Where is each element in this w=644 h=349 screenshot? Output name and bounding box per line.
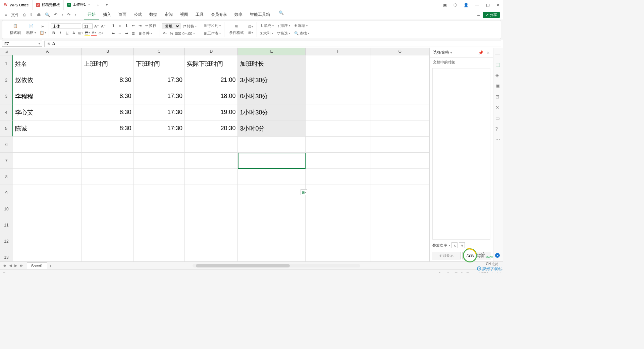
cell-g1[interactable] [371,55,429,72]
col-header-c[interactable]: C [134,48,185,55]
increase-decimal-icon[interactable]: .00→ [189,31,194,36]
cut-icon[interactable]: ✂ [40,24,45,29]
align-left-icon[interactable]: ⬅ [110,31,116,36]
save-icon[interactable]: ⎙ [22,12,27,17]
formula-bar[interactable]: ⊗ fx [44,41,501,47]
cell-f5[interactable] [306,120,371,137]
cell-d1[interactable]: 实际下班时间 [185,55,238,72]
row-header-11[interactable]: 11 [0,217,13,233]
tray-menu-icon[interactable]: ▸ [495,253,500,258]
currency-icon[interactable]: ¥▾ [162,31,167,36]
menu-tab-review[interactable]: 审阅 [161,10,176,19]
menu-tab-efficiency[interactable]: 效率 [231,10,246,19]
maximize-button[interactable]: ▢ [483,3,493,7]
filter-button[interactable]: ▽筛选▾ [276,30,291,37]
scrollbar-thumb[interactable] [196,264,290,267]
row-header-2[interactable]: 2 [0,72,13,88]
app-menu-icon[interactable]: ≡ [3,12,8,17]
cell-a6[interactable] [13,137,82,153]
cube-icon[interactable]: ⬡ [450,3,460,7]
copy-icon[interactable]: 📋▾ [40,30,45,35]
cell-f6[interactable] [306,137,371,153]
sidebar-tools-icon[interactable]: ✕ [495,105,501,111]
print-preview-icon[interactable]: 🔍 [44,12,51,17]
cell-a7[interactable] [13,153,82,169]
select-all-corner[interactable]: ◢ [0,48,13,55]
cell-e2[interactable]: 3小时30分 [238,72,305,88]
tab-templates[interactable]: D 找稻壳模板 [33,0,64,10]
row-header-7[interactable]: 7 [0,153,13,169]
reader-mode-icon[interactable]: ▣ [440,3,450,7]
cell-b3[interactable]: 8:30 [82,88,133,104]
paste-button[interactable]: 粘贴▾ [25,30,37,36]
sheet-nav-next[interactable]: ▶ [14,263,18,268]
tab-wps-home[interactable]: W WPS Office [0,0,33,10]
status-gear-icon[interactable]: ⚙▾ [446,271,451,272]
col-header-e[interactable]: E [238,48,305,55]
cell-b7[interactable] [82,153,133,169]
stack-up-button[interactable]: ∧ [451,242,458,248]
sidebar-more-icon[interactable]: ⋯ [495,137,501,143]
cell-c2[interactable]: 17:30 [134,72,185,88]
worksheet-button[interactable]: ⊞工作表▾ [202,30,222,37]
minimize-button[interactable]: — [472,3,483,7]
print-icon[interactable]: 🖶 [36,12,42,17]
view-page-icon[interactable]: ▯ [461,271,463,272]
number-format-select[interactable]: 常规 [162,23,180,29]
cell-a4[interactable]: 李心艾 [13,104,82,120]
col-header-f[interactable]: F [306,48,371,55]
convert-button[interactable]: ⇄转换▾ [182,23,198,30]
panel-pin-icon[interactable]: 📌 [478,50,483,55]
cell-b4[interactable]: 8:30 [82,104,133,120]
menu-tab-smart[interactable]: 智能工具箱 [247,10,273,19]
cell-b5[interactable]: 8:30 [82,120,133,137]
font-name-select[interactable] [51,23,81,29]
decrease-font-icon[interactable]: A⁻ [101,23,106,29]
cell-g2[interactable] [371,72,429,88]
cell-c6[interactable] [134,137,185,153]
menu-tab-formula[interactable]: 公式 [130,10,145,19]
sidebar-layout-icon[interactable]: ▣ [495,83,501,89]
tab-workbook[interactable]: S 工作簿1 • [64,0,94,10]
fx-icon[interactable]: fx [52,42,55,46]
horizontal-scrollbar[interactable] [193,264,360,267]
sidebar-data-icon[interactable]: ⊡ [495,94,501,100]
indent-left-icon[interactable]: ⇤ [130,23,136,29]
status-eye-icon[interactable]: 👁▾ [438,271,443,272]
sidebar-screen-icon[interactable]: ▭ [495,115,501,121]
row-header-10[interactable]: 10 [0,201,13,217]
sheet-nav-first[interactable]: ⏮ [2,263,7,268]
row-header-8[interactable]: 8 [0,169,13,185]
cell-f1[interactable] [306,55,371,72]
menu-tab-data[interactable]: 数据 [146,10,161,19]
cell-d7[interactable] [185,153,238,169]
font-size-select[interactable] [83,23,93,29]
indent-right-icon[interactable]: ⇥ [137,23,143,29]
percent-icon[interactable]: % [169,31,174,36]
cell-b1[interactable]: 上班时间 [82,55,133,72]
file-menu[interactable]: 文件 [10,12,20,18]
name-box[interactable]: E7 ▾ [2,41,42,47]
rowcol-button[interactable]: ⊞行和列▾ [202,22,222,29]
undo-icon[interactable]: ↶ [53,12,59,17]
cell-c1[interactable]: 下班时间 [134,55,185,72]
status-mode-icon[interactable]: ⊡ [3,271,5,272]
row-header-6[interactable]: 6 [0,137,13,153]
row-header-3[interactable]: 3 [0,88,13,104]
clear-format-icon[interactable]: ◇▾ [98,30,103,36]
menu-tab-view[interactable]: 视图 [177,10,192,19]
cell-g6[interactable] [371,137,429,153]
cell-g7[interactable] [371,153,429,169]
cell-e3[interactable]: 0小时30分 [238,88,305,104]
tab-menu-button[interactable]: ▾ [103,3,111,7]
cell-d6[interactable] [185,137,238,153]
fx-cancel-icon[interactable]: ⊗ [47,42,50,46]
cell-e1[interactable]: 加班时长 [238,55,305,72]
menu-tab-member[interactable]: 会员专享 [208,10,230,19]
cell-c3[interactable]: 17:30 [134,88,185,104]
cell-g3[interactable] [371,88,429,104]
paste-icon[interactable]: 📄 [29,23,34,29]
justify-icon[interactable]: ≣ [130,31,136,36]
redo-icon[interactable]: ↷ [66,12,72,17]
wrap-button[interactable]: ↩换行 [144,22,158,29]
